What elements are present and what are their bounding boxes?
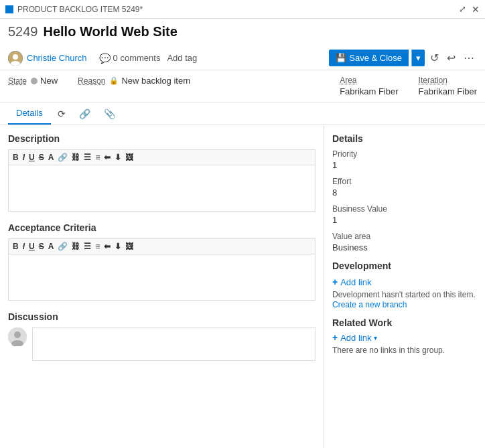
priority-field: Priority 1 <box>332 149 477 170</box>
fields-row: State New Reason 🔒 New backlog item Area… <box>0 70 485 102</box>
toolbar: Christie Church 💬 0 comments Add tag 💾 S… <box>0 46 485 70</box>
more-button[interactable]: ⋯ <box>461 49 477 67</box>
ac-outdent-btn[interactable]: ⬇ <box>115 242 121 251</box>
create-branch-link[interactable]: Create a new branch <box>332 300 407 309</box>
svg-point-1 <box>13 54 18 60</box>
reason-field: Reason 🔒 New backlog item <box>78 76 190 86</box>
dev-add-link-label: Add link <box>340 277 371 287</box>
highlight-btn[interactable]: A <box>48 153 54 162</box>
description-editor-toolbar: B I U S A 🔗 ⛓ ☰ ≡ ⬅ ⬇ 🖼 <box>8 149 316 165</box>
ac-link2-btn[interactable]: ⛓ <box>72 242 80 251</box>
ac-ul-btn[interactable]: ≡ <box>95 242 100 251</box>
tab-links[interactable]: 🔗 <box>72 103 97 125</box>
expand-icon[interactable]: ⤢ <box>459 4 466 14</box>
dev-plus-icon: + <box>332 277 338 287</box>
discussion-title: Discussion <box>8 311 316 322</box>
area-value[interactable]: Fabrikam Fiber <box>340 86 398 96</box>
avatar <box>8 51 23 66</box>
area-label: Area <box>340 76 398 85</box>
undo-button[interactable]: ↩ <box>444 49 458 67</box>
ac-indent-btn[interactable]: ⬅ <box>104 242 111 251</box>
discussion-input[interactable] <box>32 327 316 361</box>
comments-button[interactable]: 💬 0 comments <box>99 53 161 64</box>
link-btn[interactable]: 🔗 <box>58 153 68 162</box>
close-icon[interactable]: ✕ <box>472 4 480 15</box>
discussion-avatar <box>8 327 27 346</box>
tabs: Details ⟳ 🔗 📎 <box>0 102 485 125</box>
save-close-label: Save & Close <box>349 53 402 63</box>
description-section: Description B I U S A 🔗 ⛓ ☰ ≡ ⬅ ⬇ 🖼 <box>8 133 316 212</box>
priority-value[interactable]: 1 <box>332 160 477 170</box>
acceptance-criteria-title: Acceptance Criteria <box>8 222 316 233</box>
ol-btn[interactable]: ☰ <box>84 153 91 162</box>
effort-label: Effort <box>332 177 477 186</box>
business-value-value[interactable]: 1 <box>332 215 477 225</box>
underline-btn[interactable]: U <box>29 153 35 162</box>
tab-history[interactable]: ⟳ <box>51 103 72 125</box>
effort-field: Effort 8 <box>332 177 477 198</box>
dev-description: Development hasn't started on this item. <box>332 290 477 299</box>
add-tag-button[interactable]: Add tag <box>167 53 197 63</box>
business-value-label: Business Value <box>332 204 477 214</box>
related-plus-icon: + <box>332 332 338 343</box>
title-bar-label: PRODUCT BACKLOG ITEM 5249* <box>17 5 143 14</box>
save-dropdown-button[interactable]: ▾ <box>411 50 425 66</box>
value-area-label: Value area <box>332 232 477 241</box>
ac-strikethrough-btn[interactable]: S <box>39 242 44 251</box>
strikethrough-btn[interactable]: S <box>39 153 44 162</box>
save-close-button[interactable]: 💾 Save & Close <box>329 50 409 66</box>
description-editor-body[interactable] <box>8 165 316 212</box>
tab-attachments[interactable]: 📎 <box>97 103 122 125</box>
related-add-link-button[interactable]: + Add link ▾ <box>332 332 477 343</box>
title-bar-left: PRODUCT BACKLOG ITEM 5249* <box>5 5 143 14</box>
iteration-value[interactable]: Fabrikam Fiber <box>419 86 477 96</box>
discussion-input-row <box>8 327 316 361</box>
development-title: Development <box>332 260 477 271</box>
state-text[interactable]: New <box>40 76 58 86</box>
state-circle <box>31 78 38 84</box>
main-content: Description B I U S A 🔗 ⛓ ☰ ≡ ⬅ ⬇ 🖼 Acce… <box>0 125 485 448</box>
ac-italic-btn[interactable]: I <box>23 242 25 251</box>
ac-highlight-btn[interactable]: A <box>48 242 54 251</box>
no-links-text: There are no links in this group. <box>332 346 477 355</box>
item-title[interactable]: Hello World Web Site <box>44 24 178 40</box>
right-panel: Details Priority 1 Effort 8 Business Val… <box>324 125 485 448</box>
left-panel: Description B I U S A 🔗 ⛓ ☰ ≡ ⬅ ⬇ 🖼 Acce… <box>0 125 324 448</box>
business-value-field: Business Value 1 <box>332 204 477 225</box>
italic-btn[interactable]: I <box>23 153 25 162</box>
reason-value: 🔒 New backlog item <box>109 76 190 86</box>
related-add-link-label: Add link <box>340 333 371 343</box>
lock-icon: 🔒 <box>109 76 119 85</box>
reason-text[interactable]: New backlog item <box>121 76 190 86</box>
comment-icon: 💬 <box>99 53 111 64</box>
bold-btn[interactable]: B <box>13 153 19 162</box>
ul-btn[interactable]: ≡ <box>95 153 100 162</box>
description-title: Description <box>8 133 316 144</box>
ac-underline-btn[interactable]: U <box>29 242 35 251</box>
indent-btn[interactable]: ⬅ <box>104 153 111 162</box>
ac-ol-btn[interactable]: ☰ <box>84 242 91 251</box>
acceptance-editor-body[interactable] <box>8 254 316 301</box>
product-backlog-icon <box>5 5 13 13</box>
user-name[interactable]: Christie Church <box>27 53 87 63</box>
value-area-field: Value area Business <box>332 232 477 252</box>
state-field: State New <box>8 76 58 86</box>
tab-details[interactable]: Details <box>8 102 51 125</box>
effort-value[interactable]: 8 <box>332 188 477 198</box>
value-area-value[interactable]: Business <box>332 242 477 252</box>
reason-label: Reason <box>78 76 105 86</box>
title-bar: PRODUCT BACKLOG ITEM 5249* ⤢ ✕ <box>0 0 485 19</box>
ac-image-btn[interactable]: 🖼 <box>125 242 133 251</box>
discussion-section: Discussion <box>8 311 316 361</box>
image-btn[interactable]: 🖼 <box>125 153 133 162</box>
ac-bold-btn[interactable]: B <box>13 242 19 251</box>
ac-link-btn[interactable]: 🔗 <box>58 242 68 251</box>
related-work-section: + Add link ▾ There are no links in this … <box>332 332 477 355</box>
details-panel-title: Details <box>332 133 477 144</box>
dev-add-link-button[interactable]: + Add link <box>332 277 477 287</box>
iteration-field: Iteration Fabrikam Fiber <box>419 76 477 96</box>
outdent-btn[interactable]: ⬇ <box>115 153 121 162</box>
link2-btn[interactable]: ⛓ <box>72 153 80 162</box>
refresh-button[interactable]: ↺ <box>427 49 441 67</box>
item-id-title: 5249 Hello World Web Site <box>8 24 477 40</box>
